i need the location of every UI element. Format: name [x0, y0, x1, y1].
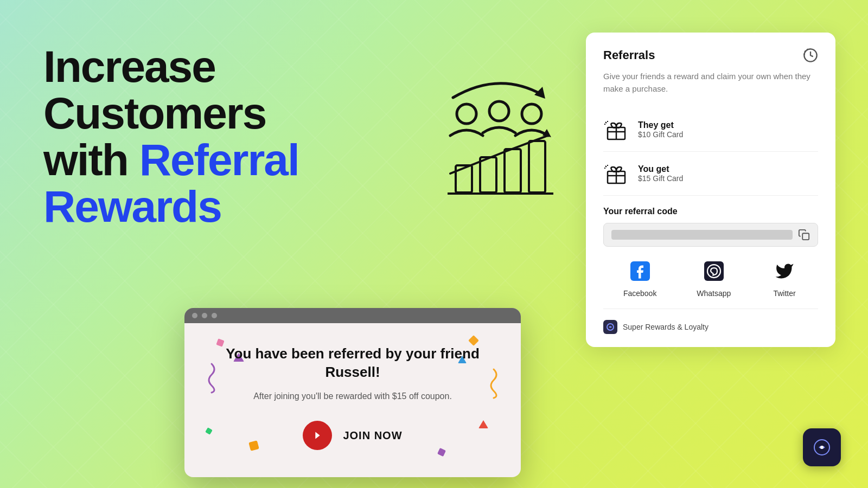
headline-line3-plain: with [43, 135, 139, 184]
you-get-text: You get $15 Gift Card [638, 164, 683, 183]
svg-rect-7 [529, 141, 545, 192]
panel-title: Referrals [603, 48, 655, 62]
panel-footer: Super Rewards & Loyalty [603, 320, 818, 334]
referral-code-section: Your referral code Facebook [603, 207, 818, 334]
share-facebook[interactable]: Facebook [623, 258, 656, 298]
you-get-row: You get $15 Gift Card [603, 152, 818, 196]
panel-description: Give your friends a reward and claim you… [603, 70, 818, 95]
whatsapp-icon-wrap [700, 258, 727, 285]
super-rewards-logo-icon [606, 323, 615, 331]
social-share-row: Facebook Whatsapp [603, 258, 818, 309]
referral-illustration [423, 65, 575, 195]
popup-title: You have been referred by your friend Ru… [201, 345, 505, 382]
code-input-row [603, 223, 818, 247]
svg-rect-23 [802, 233, 809, 240]
svg-point-2 [522, 104, 541, 124]
fab-icon [812, 438, 832, 457]
headline-line2: Customers [43, 88, 266, 138]
headline-rewards: Rewards [43, 182, 221, 231]
they-get-label: They get [638, 120, 683, 130]
headline-referral: Referral [139, 135, 299, 184]
svg-point-29 [820, 446, 824, 449]
popup-subtitle: After joining you'll be rewarded with $1… [201, 391, 505, 401]
join-now-button[interactable] [303, 421, 332, 450]
left-section: Increase Customers with Referral Rewards [43, 33, 412, 230]
history-icon[interactable] [803, 48, 818, 63]
popup-dot-3 [212, 313, 217, 318]
page-container: Increase Customers with Referral Rewards [0, 0, 868, 488]
whatsapp-icon [704, 261, 724, 281]
popup-dot-1 [192, 313, 197, 318]
svg-point-1 [489, 101, 509, 121]
referral-code-value [611, 230, 793, 240]
they-get-text: They get $10 Gift Card [638, 120, 683, 139]
popup-join-row: JOIN NOW [201, 421, 505, 450]
popup-body: You have been referred by your friend Ru… [184, 323, 521, 477]
whatsapp-label: Whatsapp [697, 289, 731, 298]
referral-popup-card: You have been referred by your friend Ru… [184, 308, 521, 477]
headline-line1: Increase [43, 42, 215, 91]
they-get-value: $10 Gift Card [638, 130, 683, 139]
popup-card-header [184, 308, 521, 323]
twitter-icon-wrap [771, 258, 798, 285]
you-get-value: $15 Gift Card [638, 174, 683, 183]
svg-line-20 [605, 166, 607, 167]
panel-header: Referrals [603, 48, 818, 63]
svg-line-14 [605, 122, 607, 123]
you-get-label: You get [638, 164, 683, 174]
referral-code-title: Your referral code [603, 207, 818, 216]
they-get-row: They get $10 Gift Card [603, 108, 818, 152]
facebook-icon [630, 261, 650, 281]
center-illustration [412, 33, 586, 195]
floating-action-button[interactable] [803, 428, 841, 466]
twitter-label: Twitter [773, 289, 795, 298]
they-get-icon [603, 117, 629, 143]
facebook-icon-wrap [627, 258, 654, 285]
twitter-icon [775, 261, 794, 281]
join-label: JOIN NOW [343, 429, 402, 442]
facebook-label: Facebook [623, 289, 656, 298]
share-twitter[interactable]: Twitter [771, 258, 798, 298]
confetti-3 [468, 336, 479, 346]
you-get-icon [603, 160, 629, 187]
share-whatsapp[interactable]: Whatsapp [697, 258, 731, 298]
footer-brand-label: Super Rewards & Loyalty [623, 323, 709, 331]
referrals-panel: Referrals Give your friends a reward and… [586, 33, 835, 347]
svg-rect-6 [505, 149, 521, 192]
page-headline: Increase Customers with Referral Rewards [43, 43, 412, 230]
copy-icon[interactable] [798, 229, 810, 241]
svg-rect-5 [480, 157, 496, 192]
footer-logo [603, 320, 617, 334]
svg-point-0 [457, 104, 476, 124]
popup-dot-2 [202, 313, 207, 318]
